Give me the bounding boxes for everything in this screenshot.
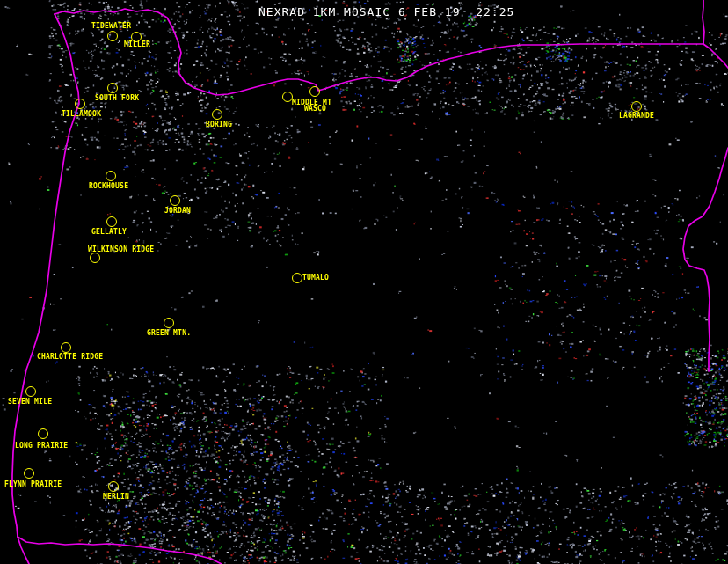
station-marker [75, 99, 85, 109]
station-label: LONG PRAIRIE [15, 443, 68, 450]
station-marker [61, 342, 71, 353]
radar-viewer-screen: NEXRAD 1KM MOSAIC 6 FEB 19 22:25 TIDEWAT… [0, 0, 728, 564]
station-label: ROCKHOUSE [89, 183, 128, 190]
station-label: FLYNN PRAIRIE [4, 481, 62, 488]
station-marker [108, 481, 119, 492]
station-label: WILKINSON RIDGE [88, 246, 154, 253]
station-marker [106, 216, 117, 227]
station-label: TILLAMOOK [62, 111, 101, 118]
station-marker [309, 86, 320, 97]
station-label: SEVEN MILE [8, 399, 52, 406]
station-marker [38, 428, 48, 439]
station-label: WASCO [304, 106, 326, 113]
station-label: LAGRANDE [619, 113, 654, 120]
station-marker [25, 386, 36, 397]
station-marker [212, 109, 222, 120]
station-label: MERLIN [103, 494, 129, 501]
station-label: BORING [206, 121, 232, 128]
station-marker [24, 468, 34, 479]
station-marker [170, 195, 180, 206]
station-label: SOUTH FORK [95, 95, 139, 102]
station-marker [631, 101, 642, 112]
station-marker [292, 273, 302, 283]
station-marker [107, 83, 118, 93]
map-title: NEXRAD 1KM MOSAIC 6 FEB 19 22:25 [258, 5, 514, 18]
station-label: TIDEWATER [91, 23, 131, 30]
station-label: MILLER [124, 41, 150, 48]
station-label: CHARLOTTE RIDGE [37, 354, 103, 361]
station-marker [106, 171, 116, 181]
station-marker [107, 31, 118, 41]
station-marker [164, 318, 174, 328]
station-label: TUMALO [302, 275, 329, 282]
station-label: GREEN MTN. [147, 330, 191, 337]
station-marker [90, 253, 100, 263]
station-label: JORDAN [164, 208, 191, 215]
station-label: GELLATLY [91, 229, 127, 236]
